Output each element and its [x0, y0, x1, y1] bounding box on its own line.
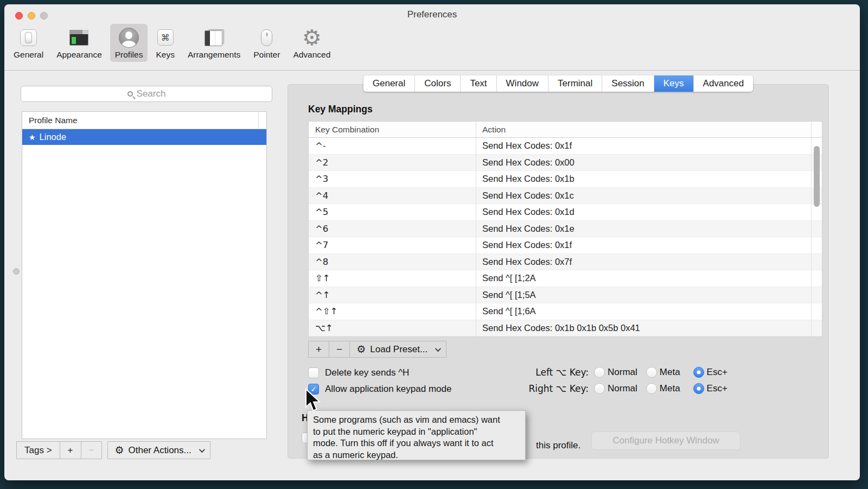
mouse-cursor-icon [304, 389, 321, 412]
window-edge-dot [13, 268, 20, 275]
tab-window[interactable]: Window [497, 75, 548, 92]
scrollbar-divider [811, 122, 812, 336]
toolbar-item-pointer[interactable]: Pointer [248, 24, 285, 62]
profile-tabbar: General Colors Text Window Terminal Sess… [288, 75, 829, 92]
load-preset-dropdown[interactable]: Load Preset... [349, 341, 446, 358]
column-header-key[interactable]: Key Combination [309, 125, 476, 135]
toolbar-divider [4, 70, 860, 71]
tags-button[interactable]: Tags > [17, 442, 60, 459]
table-row[interactable]: ^-Send Hex Codes: 0x1f [309, 138, 822, 155]
key-mappings-heading: Key Mappings [308, 104, 373, 115]
tab-general[interactable]: General [363, 75, 415, 92]
profile-row-linode[interactable]: Linode [22, 129, 266, 145]
tab-colors[interactable]: Colors [415, 75, 461, 92]
tab-keys[interactable]: Keys [654, 75, 694, 92]
action-gear-icon [114, 444, 124, 456]
left-option-key-row: Left ⌥ Key: Normal Meta Esc+ [510, 367, 727, 378]
chevron-down-icon [199, 446, 205, 452]
action-gear-icon [356, 343, 366, 355]
mouse-icon [261, 29, 272, 46]
key-mappings-table: Key Combination Action ^-Send Hex Codes:… [308, 121, 822, 337]
toolbar-item-general[interactable]: General [9, 24, 48, 62]
search-placeholder: Search [137, 88, 166, 99]
gear-icon [302, 27, 322, 48]
search-input[interactable]: Search [21, 86, 272, 102]
configure-hotkey-window-button: Configure Hotkey Window [591, 431, 741, 450]
table-row[interactable]: ^↑Send ^[ [1;5A [309, 287, 822, 304]
other-actions-dropdown[interactable]: Other Actions... [107, 441, 210, 459]
profile-list-header[interactable]: Profile Name [22, 112, 266, 129]
add-profile-button[interactable]: + [60, 442, 81, 459]
search-icon [127, 91, 133, 97]
table-row[interactable]: ^⇧↑Send ^[ [1;6A [309, 303, 822, 320]
profile-name: Linode [40, 132, 67, 142]
windows-icon [205, 29, 224, 46]
remove-mapping-button[interactable]: − [329, 341, 349, 357]
mapping-controls: + − Load Preset... [308, 341, 446, 358]
tab-text[interactable]: Text [461, 75, 496, 92]
table-row[interactable]: ^8Send Hex Codes: 0x7f [309, 254, 822, 271]
toggle-icon [20, 29, 37, 46]
table-header-row: Key Combination Action [309, 122, 822, 138]
preferences-toolbar: General Appearance Profiles Keys Arrange… [9, 24, 335, 66]
left-option-esc-radio[interactable] [693, 367, 704, 378]
right-option-key-row: Right ⌥ Key: Normal Meta Esc+ [510, 383, 727, 394]
terminal-window-icon [69, 30, 88, 46]
table-row[interactable]: ^6Send Hex Codes: 0x1e [309, 221, 822, 238]
table-row[interactable]: ^5Send Hex Codes: 0x1d [309, 204, 822, 221]
list-scrollbar-divider [258, 112, 259, 129]
delete-key-checkbox[interactable] [308, 367, 319, 378]
table-row[interactable]: ^3Send Hex Codes: 0x1b [309, 171, 822, 188]
tab-session[interactable]: Session [602, 75, 654, 92]
toolbar-item-keys[interactable]: Keys [151, 24, 179, 62]
tab-advanced[interactable]: Advanced [694, 75, 754, 92]
preferences-window: Preferences General Appearance Profiles … [4, 4, 860, 480]
table-row[interactable]: ^4Send Hex Codes: 0x1c [309, 188, 822, 205]
table-scrollbar-thumb[interactable] [814, 146, 820, 207]
table-row[interactable]: ⌥↑Send Hex Codes: 0x1b 0x1b 0x5b 0x41 [309, 320, 822, 337]
table-row[interactable]: ^7Send Hex Codes: 0x1f [309, 237, 822, 254]
profile-list: Profile Name Linode [22, 111, 267, 439]
titlebar[interactable]: Preferences [4, 4, 860, 21]
table-body: ^-Send Hex Codes: 0x1f ^2Send Hex Codes:… [309, 138, 822, 336]
hotkey-text-fragment: this profile. [536, 440, 580, 451]
toolbar-item-profiles[interactable]: Profiles [110, 24, 148, 62]
left-option-meta-radio[interactable] [646, 367, 657, 378]
table-row[interactable]: ⇧↑Send ^[ [1;2A [309, 270, 822, 287]
left-option-normal-radio[interactable] [594, 367, 605, 378]
chevron-down-icon [435, 345, 441, 351]
right-option-meta-radio[interactable] [646, 383, 657, 394]
column-divider [476, 122, 476, 336]
star-icon [29, 132, 36, 142]
person-icon [119, 28, 139, 48]
remove-profile-button: − [81, 442, 102, 459]
toolbar-item-arrangements[interactable]: Arrangements [183, 24, 245, 62]
add-mapping-button[interactable]: + [309, 341, 329, 357]
keypad-mode-option: Allow application keypad mode [308, 384, 451, 395]
command-key-icon [157, 29, 174, 46]
toolbar-item-advanced[interactable]: Advanced [288, 24, 335, 62]
delete-key-option: Delete key sends ^H [308, 367, 409, 378]
profile-actions-bar: Tags > + − Other Actions... [16, 441, 210, 459]
keypad-mode-tooltip: Some programs (such as vim and emacs) wa… [307, 410, 526, 460]
column-header-action[interactable]: Action [476, 125, 822, 135]
tab-terminal[interactable]: Terminal [548, 75, 602, 92]
table-row[interactable]: ^2Send Hex Codes: 0x00 [309, 155, 822, 172]
toolbar-item-appearance[interactable]: Appearance [52, 24, 107, 62]
window-title: Preferences [4, 9, 860, 20]
right-option-normal-radio[interactable] [594, 383, 605, 394]
right-option-esc-radio[interactable] [693, 383, 704, 394]
